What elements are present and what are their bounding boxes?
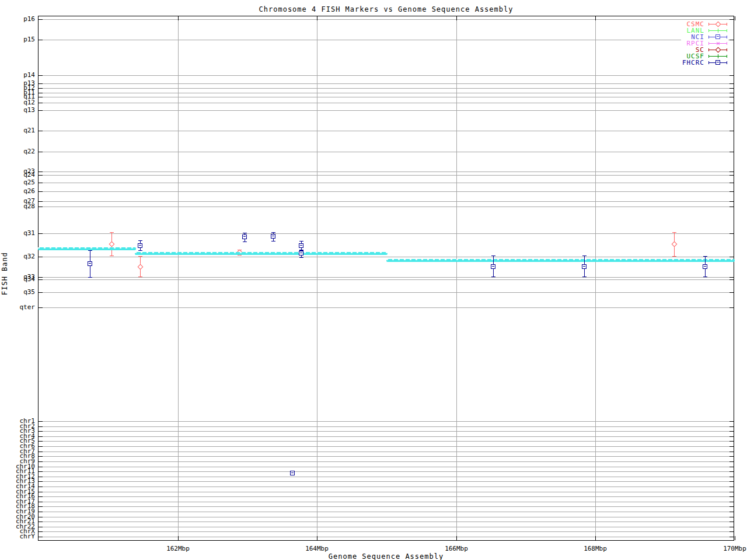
y-tick-right [729,431,734,432]
y-tick-left [39,467,43,467]
gridline-h-q11 [39,97,734,97]
y-tick-left [39,492,43,492]
square-marker-dot [717,36,719,37]
FHCRC-point [271,234,275,239]
legend-cap-left [708,61,709,64]
y-tick-label-q13: q13 [2,107,35,113]
y-tick-left [39,421,43,422]
y-tick-right [729,441,734,442]
y-tick-right [729,292,734,293]
legend-cap-right [727,61,727,64]
y-tick-right [729,502,734,502]
y-tick-left [39,431,43,432]
y-tick-right [729,471,734,472]
legend-cap-right [727,23,727,26]
legend: CSMCLANLNCIRPCISCUCSFFHCRC [681,20,728,66]
x-tick-label-170Mbp: 170Mbp [711,545,747,552]
y-tick-right [729,537,734,537]
y-tick-right [729,496,734,497]
y-tick-label-q32: q32 [2,254,35,260]
gridline-h-q28 [39,206,734,207]
gridline-h-q22 [39,152,734,152]
y-tick-right [729,307,734,308]
y-tick-right [729,40,734,40]
FHCRC-point [242,235,247,239]
gridline-v-166Mbp [456,16,457,540]
FHCRC-errorbar-cap-bottom [582,276,587,277]
y-tick-right [729,421,734,422]
FHCRC-errorbar-cap-bottom [703,276,707,277]
legend-item-LANL: LANL [682,27,727,34]
y-tick-left [39,502,43,502]
FHCRC-point [290,471,295,475]
y-tick-right [729,481,734,482]
FHCRC-errorbar-cap-bottom [138,250,142,251]
y-tick-right [729,446,734,447]
y-tick-left [39,461,43,462]
y-tick-left [39,487,43,487]
legend-cap-right [727,48,727,51]
y-tick-label-p16: p16 [2,16,35,22]
x-tick-label-164Mbp: 164Mbp [294,545,340,552]
y-tick-right [729,172,734,172]
legend-marker-square [715,34,720,39]
y-tick-right [729,83,734,84]
FHCRC-errorbar-cap-bottom [271,241,275,242]
legend-marker-diamond [715,22,721,27]
y-tick-right [729,93,734,93]
y-tick-left [39,206,43,207]
y-tick-right [729,517,734,517]
y-tick-right [729,426,734,427]
y-tick-label-q24: q24 [2,172,35,178]
FHCRC-point [138,243,142,248]
gridline-h-chr10 [39,467,734,467]
FHCRC-point [299,251,303,256]
y-tick-left [39,201,43,202]
gridline-h-chr7 [39,452,734,452]
FHCRC-errorbar-cap-top [271,232,275,233]
CSMC-point [138,264,144,270]
square-marker-dot [300,245,302,246]
y-tick-label-q28: q28 [2,204,35,209]
y-tick-label-chrY: chrY [2,534,35,540]
y-tick-right [729,191,734,192]
x-tick-top [735,16,735,20]
square-marker-dot [300,253,302,253]
FHCRC-errorbar-cap-top [703,256,707,257]
legend-cap-right [727,36,727,38]
gridline-h-chr13 [39,481,734,482]
plus-marker-h [716,56,720,57]
highlight-dash-pattern [135,252,388,253]
y-tick-left [39,436,43,437]
assembly-highlight-segment [386,259,735,262]
gridline-h-q32 [39,257,734,257]
y-tick-right [729,436,734,437]
y-tick-label-q22: q22 [2,149,35,155]
gridline-h-q13 [39,110,734,111]
square-marker-dot [89,263,91,264]
legend-cap-right [727,42,727,45]
gridline-h-chr19 [39,512,734,512]
y-tick-right [729,103,734,103]
y-tick-left [39,522,43,522]
gridline-h-chr16 [39,496,734,497]
FHCRC-point [299,243,303,248]
y-tick-right [729,492,734,492]
square-marker-dot [243,236,246,237]
gridline-h-chr1 [39,421,734,422]
y-tick-right [729,277,734,278]
chart-title: Chromosome 4 FISH Markers vs Genome Sequ… [38,5,734,13]
legend-cap-left [708,48,709,51]
FHCRC-errorbar-cap-bottom [491,276,495,277]
y-tick-right [729,75,734,76]
y-tick-left [39,172,43,172]
gridline-h-q23 [39,172,734,172]
square-marker-dot [272,236,274,236]
gridline-h-q34 [39,279,734,280]
x-tick-bottom [456,536,457,540]
legend-item-RPCI: RPCI [682,40,727,47]
FHCRC-errorbar-cap-bottom [243,242,247,242]
gridline-h-q31 [39,233,734,234]
y-tick-label-p15: p15 [2,37,35,43]
CSMC-errorbar-cap-bottom [672,256,676,257]
